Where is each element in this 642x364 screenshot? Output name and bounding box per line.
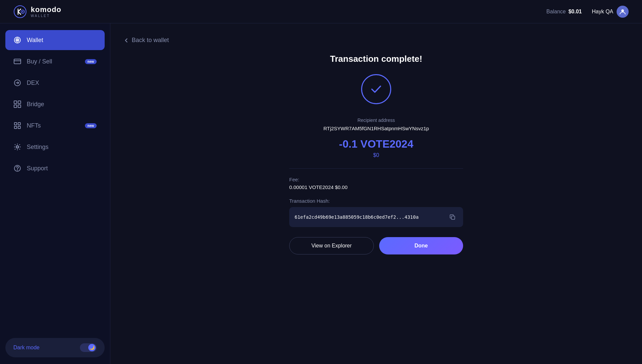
sidebar-item-support[interactable]: Support bbox=[5, 158, 105, 178]
content-area: Back to wallet Transaction complete! Rec… bbox=[110, 23, 642, 364]
svg-point-20 bbox=[17, 170, 18, 170]
amount-value: -0.1 VOTE2024 bbox=[339, 138, 413, 150]
dex-icon bbox=[13, 79, 21, 87]
transaction-card: Transaction complete! Recipient address … bbox=[289, 54, 463, 254]
copy-icon bbox=[449, 214, 456, 220]
bridge-label: Bridge bbox=[27, 101, 97, 108]
credit-card-icon bbox=[13, 57, 21, 65]
logo-name: komodo bbox=[31, 5, 62, 14]
settings-icon bbox=[13, 143, 21, 151]
done-button[interactable]: Done bbox=[379, 237, 463, 254]
checkmark-icon bbox=[368, 81, 385, 98]
toggle-knob: 🌙 bbox=[88, 344, 96, 351]
balance-area: Balance $0.01 bbox=[546, 9, 582, 15]
balance-label: Balance bbox=[546, 9, 566, 15]
svg-point-17 bbox=[16, 146, 18, 148]
back-label: Back to wallet bbox=[132, 37, 169, 44]
settings-label: Settings bbox=[27, 144, 97, 151]
recipient-address: RTj2SYWR7AM5fGN1RHSatpnmHSwYNsvz1p bbox=[323, 126, 429, 131]
svg-rect-11 bbox=[14, 105, 17, 108]
header-right: Balance $0.01 Hayk QA bbox=[546, 6, 629, 18]
komodo-logo-icon bbox=[13, 5, 27, 18]
sidebar-item-bridge[interactable]: Bridge bbox=[5, 94, 105, 114]
action-buttons: View on Explorer Done bbox=[289, 237, 463, 254]
svg-rect-21 bbox=[451, 216, 455, 219]
svg-rect-13 bbox=[14, 123, 17, 125]
svg-rect-9 bbox=[14, 101, 17, 104]
sidebar-item-wallet[interactable]: Wallet bbox=[5, 30, 105, 50]
wallet-icon bbox=[13, 36, 21, 44]
dark-mode-toggle[interactable]: Dark mode 🌙 bbox=[5, 338, 105, 357]
user-name: Hayk QA bbox=[592, 9, 613, 15]
dex-label: DEX bbox=[27, 79, 97, 86]
recipient-label: Recipient address bbox=[357, 118, 395, 123]
main-layout: Wallet Buy / Sell new DEX bbox=[0, 23, 642, 364]
svg-point-2 bbox=[22, 11, 23, 12]
user-area[interactable]: Hayk QA bbox=[592, 6, 629, 18]
support-icon bbox=[13, 164, 21, 172]
amount-usd: $0 bbox=[373, 152, 379, 158]
buy-sell-label: Buy / Sell bbox=[27, 58, 80, 65]
dark-mode-switch[interactable]: 🌙 bbox=[80, 343, 97, 352]
svg-rect-14 bbox=[18, 123, 20, 125]
sidebar: Wallet Buy / Sell new DEX bbox=[0, 23, 110, 364]
svg-point-5 bbox=[17, 39, 18, 41]
fee-section: Fee: 0.00001 VOTE2024 $0.00 bbox=[289, 177, 463, 190]
logo-area: komodo WALLET bbox=[13, 5, 62, 18]
sidebar-item-nfts[interactable]: NFTs new bbox=[5, 116, 105, 136]
buy-sell-badge: new bbox=[85, 59, 97, 64]
divider bbox=[289, 168, 463, 169]
tx-hash-value: 61efa2cd49b69e13a885059c18b6c0ed7ef2...4… bbox=[295, 214, 443, 220]
bridge-icon bbox=[13, 100, 21, 108]
logo-text: komodo WALLET bbox=[31, 5, 62, 18]
back-arrow-icon bbox=[124, 38, 129, 43]
sidebar-item-dex[interactable]: DEX bbox=[5, 73, 105, 93]
svg-rect-10 bbox=[18, 101, 21, 104]
user-avatar bbox=[617, 6, 629, 18]
back-to-wallet[interactable]: Back to wallet bbox=[124, 37, 169, 44]
tx-title: Transaction complete! bbox=[330, 54, 422, 64]
tx-hash-label: Transaction Hash: bbox=[289, 198, 463, 204]
fee-value: 0.00001 VOTE2024 $0.00 bbox=[289, 184, 463, 190]
svg-rect-15 bbox=[14, 126, 17, 129]
view-on-explorer-button[interactable]: View on Explorer bbox=[289, 237, 374, 254]
moon-icon: 🌙 bbox=[90, 345, 95, 350]
header: komodo WALLET Balance $0.01 Hayk QA bbox=[0, 0, 642, 23]
nfts-badge: new bbox=[85, 123, 97, 128]
copy-hash-button[interactable] bbox=[447, 212, 458, 222]
sidebar-item-buy-sell[interactable]: Buy / Sell new bbox=[5, 51, 105, 71]
fee-label: Fee: bbox=[289, 177, 463, 182]
svg-rect-16 bbox=[18, 126, 20, 129]
tx-hash-section: Transaction Hash: 61efa2cd49b69e13a88505… bbox=[289, 198, 463, 227]
sidebar-item-settings[interactable]: Settings bbox=[5, 137, 105, 157]
wallet-label: Wallet bbox=[27, 37, 97, 44]
tx-hash-box: 61efa2cd49b69e13a885059c18b6c0ed7ef2...4… bbox=[289, 207, 463, 227]
dark-mode-label: Dark mode bbox=[13, 345, 39, 351]
svg-rect-12 bbox=[18, 105, 21, 108]
success-icon-circle bbox=[361, 74, 391, 104]
nfts-label: NFTs bbox=[27, 122, 80, 129]
support-label: Support bbox=[27, 165, 97, 172]
svg-rect-6 bbox=[14, 59, 21, 64]
balance-amount: $0.01 bbox=[568, 9, 582, 15]
logo-subtitle: WALLET bbox=[31, 14, 62, 18]
svg-point-3 bbox=[621, 9, 624, 12]
nfts-icon bbox=[13, 122, 21, 130]
